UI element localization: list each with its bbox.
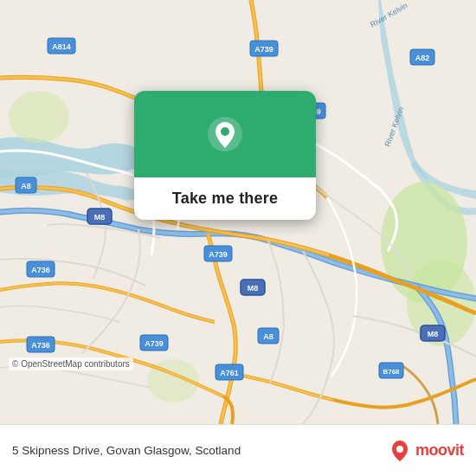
moovit-logo: moovit <box>388 439 464 463</box>
svg-text:M8: M8 <box>428 330 439 338</box>
moovit-wordmark: moovit <box>415 441 464 460</box>
svg-text:M8: M8 <box>94 213 106 222</box>
svg-point-41 <box>396 446 403 453</box>
svg-text:A761: A761 <box>220 369 239 377</box>
svg-text:A739: A739 <box>254 45 273 54</box>
map-container: A814 A814 A739 A739 A739 A739 A82 A8 A8 … <box>0 0 476 424</box>
navigation-popup[interactable]: Take me there <box>134 91 316 220</box>
popup-header <box>134 91 316 177</box>
moovit-icon <box>388 439 412 463</box>
location-pin-icon <box>206 115 244 153</box>
address-label: 5 Skipness Drive, Govan Glasgow, Scotlan… <box>12 444 241 457</box>
svg-text:M8: M8 <box>248 284 259 293</box>
svg-point-40 <box>221 127 229 136</box>
svg-text:A736: A736 <box>31 341 50 350</box>
take-me-there-button[interactable]: Take me there <box>134 177 316 220</box>
svg-text:A8: A8 <box>263 332 273 341</box>
svg-point-3 <box>9 91 69 143</box>
svg-text:A8: A8 <box>21 182 31 190</box>
svg-text:A82: A82 <box>415 54 430 62</box>
svg-text:A814: A814 <box>52 42 71 51</box>
svg-text:A739: A739 <box>209 250 228 259</box>
svg-text:A739: A739 <box>145 339 164 348</box>
map-copyright: © OpenStreetMap contributors <box>9 357 133 370</box>
svg-text:B768: B768 <box>383 368 400 376</box>
svg-text:A736: A736 <box>31 266 50 274</box>
bottom-bar: 5 Skipness Drive, Govan Glasgow, Scotlan… <box>0 424 476 476</box>
